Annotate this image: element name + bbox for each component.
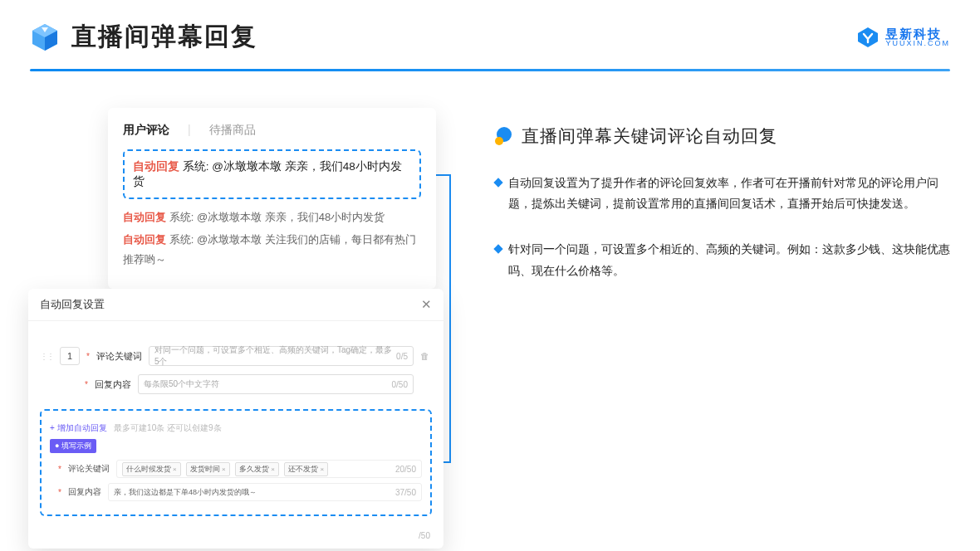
- auto-reply-tag: 自动回复: [133, 160, 179, 173]
- tab-divider: |: [188, 123, 191, 138]
- brand-logo: 昱新科技 YUUXIN.COM: [857, 27, 950, 48]
- limit-text: 最多可建10条 还可以创建9条: [114, 423, 221, 432]
- tab-user-comments[interactable]: 用户评论: [123, 123, 169, 138]
- close-icon[interactable]: ✕: [421, 297, 432, 312]
- example-highlight-box: + 增加自动回复 最多可建10条 还可以创建9条 ● 填写示例 * 评论关键词 …: [40, 409, 432, 516]
- delete-icon[interactable]: 🗑: [420, 351, 432, 361]
- ex-keyword-label: 评论关键词: [68, 463, 110, 475]
- auto-reply-settings-modal: 自动回复设置 ✕ ⋮⋮ 1 * 评论关键词 对同一个问题，可设置多个相近、高频的…: [28, 289, 443, 549]
- ex-keyword-input[interactable]: 什么时候发货× 发货时间× 多久发货× 还不发货× 20/50: [116, 460, 422, 478]
- page-title: 直播间弹幕回复: [71, 20, 257, 54]
- modal-title: 自动回复设置: [40, 297, 105, 312]
- example-badge: ● 填写示例: [50, 439, 96, 453]
- footer-counter: /50: [28, 528, 443, 549]
- tab-pending-goods[interactable]: 待播商品: [209, 123, 256, 138]
- tag-chip[interactable]: 发货时间×: [186, 462, 230, 476]
- required-star: *: [85, 380, 88, 389]
- keyword-label: 评论关键词: [96, 350, 142, 363]
- section-heading: 直播间弹幕关键词评论自动回复: [522, 124, 777, 148]
- message-line-2: 自动回复 系统: @冰墩墩本墩 关注我们的店铺，每日都有热门推荐哟～: [123, 230, 421, 269]
- content-label: 回复内容: [95, 378, 131, 391]
- tag-chip[interactable]: 多久发货×: [235, 462, 279, 476]
- diamond-icon: [493, 245, 502, 254]
- bullet-item: 针对同一个问题，可设置多个相近的、高频的关键词。例如：这款多少钱、这块能优惠吗、…: [495, 239, 950, 280]
- required-star: *: [86, 352, 90, 361]
- highlighted-auto-reply: 自动回复 系统: @冰墩墩本墩 亲亲，我们48小时内发货: [123, 149, 421, 199]
- brand-name: 昱新科技: [885, 27, 950, 40]
- sys-label: 系统:: [183, 160, 209, 173]
- cube-icon: [30, 22, 60, 52]
- bullet-item: 自动回复设置为了提升作者的评论回复效率，作者可在开播前针对常见的评论用户问题，提…: [495, 173, 950, 214]
- tag-chip[interactable]: 还不发货×: [284, 462, 328, 476]
- drag-handle-icon[interactable]: ⋮⋮: [40, 352, 53, 361]
- diamond-icon: [493, 178, 502, 187]
- tag-chip[interactable]: 什么时候发货×: [122, 462, 181, 476]
- connector-vert: [449, 174, 451, 461]
- rule-index: 1: [60, 347, 80, 365]
- keyword-input[interactable]: 对同一个问题，可设置多个相近、高频的关键词，Tag确定，最多5个 0/5: [149, 346, 414, 366]
- chat-bubble-icon: [495, 127, 513, 145]
- ex-content-input[interactable]: 亲，我们这边都是下单48小时内发货的哦～ 37/50: [108, 483, 422, 501]
- svg-marker-4: [858, 27, 878, 47]
- message-line-1: 自动回复 系统: @冰墩墩本墩 亲亲，我们48小时内发货: [123, 207, 421, 227]
- brand-domain: YUUXIN.COM: [885, 40, 950, 47]
- add-auto-reply-link[interactable]: + 增加自动回复: [50, 423, 107, 432]
- ex-content-label: 回复内容: [68, 486, 101, 498]
- comments-panel: 用户评论 | 待播商品 自动回复 系统: @冰墩墩本墩 亲亲，我们48小时内发货…: [108, 108, 436, 289]
- content-input[interactable]: 每条限50个中文字符 0/50: [138, 374, 414, 394]
